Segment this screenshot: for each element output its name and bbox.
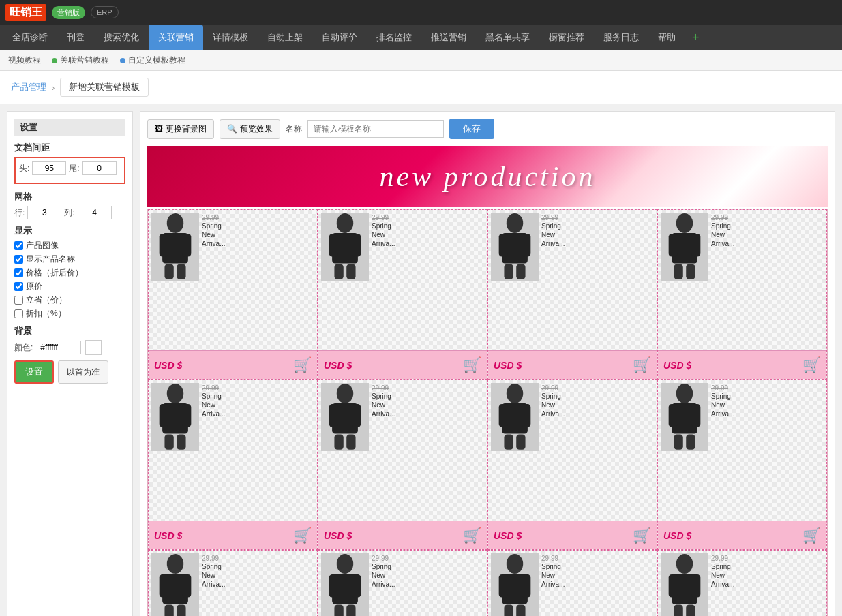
product-top: 29.99 SpringNewArriva...	[318, 210, 487, 350]
nav-item-8[interactable]: 推送营销	[421, 25, 476, 50]
color-input[interactable]	[37, 341, 81, 354]
svg-rect-56	[329, 574, 338, 597]
tail-label: 尾:	[69, 163, 79, 174]
checkbox-label-4[interactable]: 立省（价）	[26, 294, 67, 306]
nav-item-1[interactable]: 刊登	[57, 25, 94, 50]
cart-icon[interactable]: 🛒	[802, 527, 821, 544]
nav-item-10[interactable]: 橱窗推荐	[539, 25, 594, 50]
template-name-input[interactable]	[307, 120, 444, 138]
doc-spacing-label: 文档间距	[14, 142, 125, 154]
product-cell[interactable]: 29.99 SpringNewArriva... USD $ 🛒	[318, 550, 487, 616]
cart-icon[interactable]: 🛒	[463, 356, 481, 374]
product-title: SpringNewArriva...	[711, 562, 821, 589]
main-nav: 全店诊断 刊登 搜索优化 关联营销 详情模板 自动上架 自动评价 排名监控 推送…	[0, 25, 842, 50]
badge-marketing: 营销版	[52, 6, 85, 19]
svg-point-12	[507, 213, 523, 233]
price-strike: 29.99	[202, 384, 312, 392]
cart-icon[interactable]: 🛒	[293, 356, 312, 374]
color-row: 颜色:	[14, 340, 125, 355]
subnav-label-1: 关联营销教程	[60, 55, 109, 66]
cart-icon[interactable]: 🛒	[633, 527, 651, 544]
svg-rect-32	[329, 404, 338, 427]
svg-rect-15	[522, 234, 530, 256]
nav-item-0[interactable]: 全店诊断	[3, 25, 57, 50]
price-usd: USD $	[663, 360, 691, 371]
price-usd: USD $	[494, 530, 522, 541]
cart-icon[interactable]: 🛒	[463, 527, 481, 544]
nav-item-4[interactable]: 详情模板	[203, 25, 258, 50]
product-cell[interactable]: 29.99 SpringNewArriva... USD $ 🛒	[318, 380, 487, 550]
product-figure-svg	[491, 213, 539, 281]
product-cell[interactable]: 29.99 SpringNewArriva... USD $ 🛒	[148, 380, 318, 550]
checkbox-label-5[interactable]: 折扣（%）	[26, 308, 66, 320]
nav-plus[interactable]: +	[685, 31, 706, 45]
subnav-item-0[interactable]: 视频教程	[8, 55, 41, 66]
col-input[interactable]	[78, 206, 112, 219]
nav-item-2[interactable]: 搜索优化	[94, 25, 149, 50]
save-button[interactable]: 保存	[449, 119, 494, 139]
product-bottom: USD $ 🛒	[149, 350, 317, 379]
product-info: 29.99 SpringNewArriva...	[369, 553, 484, 616]
nav-item-5[interactable]: 自动上架	[258, 25, 312, 50]
set-button[interactable]: 设置	[14, 360, 54, 384]
checkbox-row-5: 折扣（%）	[14, 308, 125, 320]
svg-rect-9	[352, 234, 361, 256]
subnav-item-1[interactable]: 关联营销教程	[52, 55, 109, 66]
breadcrumb-parent[interactable]: 产品管理	[11, 81, 46, 93]
product-cell[interactable]: 29.99 SpringNewArriva... USD $ 🛒	[148, 550, 318, 616]
nav-item-12[interactable]: 帮助	[648, 25, 685, 50]
btn-change-bg[interactable]: 🖼 更换背景图	[147, 119, 214, 139]
product-bottom: USD $ 🛒	[318, 521, 487, 549]
checkbox-label-1[interactable]: 显示产品名称	[26, 253, 75, 265]
price-strike: 29.99	[541, 214, 651, 221]
color-swatch[interactable]	[85, 340, 102, 355]
nav-item-9[interactable]: 黑名单共享	[476, 25, 539, 50]
btn-preview[interactable]: 🔍 预览效果	[220, 119, 280, 139]
checkbox-product-image[interactable]	[14, 241, 23, 250]
cart-icon[interactable]: 🛒	[802, 356, 821, 374]
checkbox-discount-pct[interactable]	[14, 309, 23, 318]
nav-item-11[interactable]: 服务日志	[594, 25, 648, 50]
default-button[interactable]: 以首为准	[58, 360, 108, 384]
svg-point-18	[676, 213, 693, 233]
checkbox-show-name[interactable]	[14, 255, 23, 264]
subnav-item-2[interactable]: 自定义模板教程	[120, 55, 185, 66]
sidebar: 设置 文档间距 头: 尾: 网格 行: 列: 显示 产品图像 显示产品名称	[7, 111, 133, 616]
price-usd: USD $	[154, 360, 182, 371]
row-input[interactable]	[27, 206, 61, 219]
nav-item-6[interactable]: 自动评价	[312, 25, 367, 50]
cart-icon[interactable]: 🛒	[633, 356, 651, 374]
product-title: SpringNewArriva...	[202, 562, 312, 589]
name-label: 名称	[286, 123, 302, 135]
product-cell[interactable]: 29.99 SpringNewArriva... USD $ 🛒	[657, 380, 827, 550]
svg-rect-68	[669, 574, 678, 597]
checkbox-label-0[interactable]: 产品图像	[26, 240, 59, 251]
product-cell[interactable]: 29.99 SpringNewArriva... USD $ 🛒	[148, 209, 318, 380]
product-cell[interactable]: 29.99 SpringNewArriva... USD $ 🛒	[487, 550, 657, 616]
nav-item-7[interactable]: 排名监控	[367, 25, 421, 50]
head-input[interactable]	[32, 161, 66, 175]
cart-icon[interactable]: 🛒	[293, 527, 312, 544]
checkbox-label-3[interactable]: 原价	[26, 281, 42, 292]
checkbox-row-0: 产品图像	[14, 240, 125, 251]
product-cell[interactable]: 29.99 SpringNewArriva... USD $ 🛒	[318, 209, 487, 380]
checkbox-label-2[interactable]: 价格（折后价）	[26, 267, 83, 279]
content-area: 设置 文档间距 头: 尾: 网格 行: 列: 显示 产品图像 显示产品名称	[0, 104, 842, 616]
breadcrumb-separator: ›	[52, 82, 55, 93]
checkbox-savings[interactable]	[14, 296, 23, 305]
nav-item-3[interactable]: 关联营销	[149, 25, 203, 50]
product-cell[interactable]: 29.99 SpringNewArriva... USD $ 🛒	[487, 209, 657, 380]
product-cell[interactable]: 29.99 SpringNewArriva... USD $ 🛒	[487, 380, 657, 550]
checkbox-original-price[interactable]	[14, 282, 23, 291]
svg-rect-39	[522, 404, 530, 427]
product-cell[interactable]: 29.99 SpringNewArriva... USD $ 🛒	[657, 550, 827, 616]
svg-rect-10	[334, 264, 343, 279]
product-cell-inner: 29.99 SpringNewArriva... USD $ 🛒	[488, 551, 657, 616]
product-info: 29.99 SpringNewArriva...	[708, 553, 824, 616]
product-cell[interactable]: 29.99 SpringNewArriva... USD $ 🛒	[657, 209, 827, 380]
svg-rect-53	[177, 605, 185, 616]
tail-input[interactable]	[82, 161, 117, 175]
svg-rect-20	[669, 234, 678, 256]
checkbox-price-discount[interactable]	[14, 268, 23, 277]
svg-point-48	[167, 554, 183, 574]
